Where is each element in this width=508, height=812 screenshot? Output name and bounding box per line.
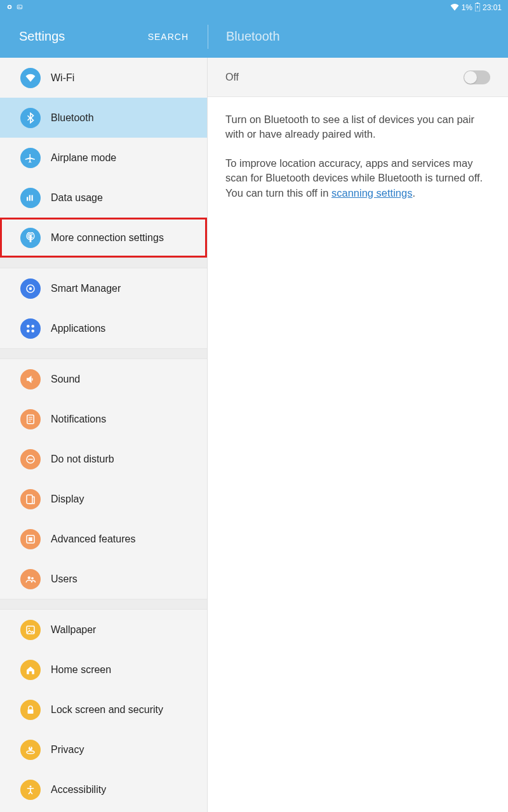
display-icon	[20, 489, 41, 509]
sidebar-item-do-not-disturb[interactable]: Do not disturb	[0, 439, 207, 479]
sidebar-item-accessibility[interactable]: Accessibility	[0, 769, 207, 809]
sidebar-item-label: Bluetooth	[51, 112, 94, 124]
sidebar-item-wallpaper[interactable]: Wallpaper	[0, 610, 207, 650]
svg-point-22	[28, 576, 31, 579]
sidebar-item-airplane-mode[interactable]: Airplane mode	[0, 138, 207, 178]
apps-icon	[20, 318, 41, 339]
svg-point-8	[29, 287, 32, 290]
sidebar-item-smart-manager[interactable]: Smart Manager	[0, 268, 207, 308]
sidebar-item-label: Advanced features	[51, 534, 135, 545]
sidebar-item-label: Users	[51, 573, 77, 585]
privacy-icon	[20, 740, 41, 760]
adv-icon	[20, 529, 41, 549]
home-icon	[20, 660, 41, 680]
svg-point-23	[31, 577, 34, 579]
sidebar-item-label: Do not disturb	[51, 454, 114, 465]
clock: 23:01	[483, 3, 502, 12]
svg-rect-29	[30, 746, 31, 748]
svg-rect-16	[29, 421, 31, 421]
svg-point-27	[27, 750, 34, 754]
bluetooth-toggle[interactable]	[464, 70, 490, 84]
sidebar-item-more-connection-settings[interactable]: More connection settings	[0, 218, 207, 258]
sidebar-item-home-screen[interactable]: Home screen	[0, 650, 207, 690]
svg-point-6	[30, 235, 32, 237]
description-text: Turn on Bluetooth to see a list of devic…	[208, 97, 508, 216]
antenna-icon	[20, 228, 41, 248]
svg-point-25	[29, 627, 30, 629]
sidebar-item-label: Lock screen and security	[51, 704, 163, 716]
scanning-settings-link[interactable]: scanning settings	[331, 187, 413, 199]
sidebar-item-label: Home screen	[51, 664, 111, 676]
search-button[interactable]: SEARCH	[148, 32, 189, 42]
sidebar[interactable]: Wi-FiBluetoothAirplane modeData usageMor…	[0, 58, 208, 812]
sidebar-item-label: More connection settings	[51, 232, 164, 244]
svg-rect-21	[29, 537, 32, 541]
svg-point-1	[8, 6, 10, 8]
desc-paragraph-1: Turn on Bluetooth to see a list of devic…	[225, 112, 490, 142]
battery-icon	[475, 3, 480, 13]
sidebar-item-label: Wallpaper	[51, 624, 96, 636]
notif-icon	[20, 409, 41, 429]
image-icon	[17, 3, 23, 12]
sidebar-item-label: Display	[51, 494, 84, 505]
sidebar-item-display[interactable]: Display	[0, 479, 207, 519]
sidebar-item-notifications[interactable]: Notifications	[0, 399, 207, 439]
sidebar-item-bluetooth[interactable]: Bluetooth	[0, 98, 207, 138]
wall-icon	[20, 620, 41, 640]
svg-point-10	[32, 325, 35, 328]
sidebar-item-label: Airplane mode	[51, 152, 116, 164]
sidebar-item-applications[interactable]: Applications	[0, 308, 207, 348]
svg-rect-15	[29, 419, 32, 419]
sidebar-item-label: Smart Manager	[51, 283, 121, 294]
svg-rect-19	[27, 495, 32, 504]
sidebar-item-label: Sound	[51, 374, 80, 385]
detail-pane: Off Turn on Bluetooth to see a list of d…	[208, 58, 508, 812]
sidebar-item-label: Notifications	[51, 414, 106, 425]
access-icon	[20, 780, 41, 800]
section-divider	[0, 258, 207, 268]
lock-icon	[20, 700, 41, 720]
detail-title: Bluetooth	[208, 29, 298, 44]
svg-rect-5	[476, 3, 478, 4]
sidebar-item-data-usage[interactable]: Data usage	[0, 178, 207, 218]
sidebar-item-label: Privacy	[51, 744, 84, 756]
data-icon	[20, 188, 41, 208]
battery-percent: 1%	[462, 3, 472, 12]
dnd-icon	[20, 449, 41, 469]
wifi-icon	[20, 68, 41, 88]
sidebar-item-wi-fi[interactable]: Wi-Fi	[0, 58, 207, 98]
section-divider	[0, 348, 207, 359]
app-header: Settings SEARCH Bluetooth	[0, 15, 508, 58]
svg-point-9	[27, 325, 30, 328]
location-icon	[6, 3, 13, 12]
sound-icon	[20, 369, 41, 390]
sidebar-item-label: Data usage	[51, 192, 103, 204]
section-divider	[0, 599, 207, 610]
bluetooth-toggle-row[interactable]: Off	[208, 58, 508, 97]
sidebar-item-sound[interactable]: Sound	[0, 359, 207, 399]
sidebar-item-users[interactable]: Users	[0, 559, 207, 599]
sidebar-item-privacy[interactable]: Privacy	[0, 730, 207, 769]
sidebar-item-label: Wi-Fi	[51, 72, 74, 84]
status-bar: 1% 23:01	[0, 0, 508, 15]
desc-paragraph-2: To improve location accuracy, apps and s…	[225, 156, 490, 200]
svg-rect-26	[28, 709, 34, 714]
svg-point-12	[32, 329, 35, 332]
svg-point-30	[30, 785, 32, 787]
sidebar-item-lock-screen-and-security[interactable]: Lock screen and security	[0, 690, 207, 730]
smart-icon	[20, 278, 41, 299]
sidebar-item-label: Applications	[51, 323, 105, 334]
bluetooth-icon	[20, 108, 41, 128]
settings-title: Settings	[19, 29, 65, 44]
svg-rect-14	[29, 417, 32, 417]
sidebar-item-advanced-features[interactable]: Advanced features	[0, 519, 207, 559]
svg-point-11	[27, 329, 30, 332]
sidebar-item-label: Accessibility	[51, 784, 106, 796]
svg-rect-18	[28, 459, 33, 460]
toggle-label: Off	[225, 72, 239, 83]
wifi-status-icon	[450, 3, 459, 13]
users-icon	[20, 569, 41, 589]
airplane-icon	[20, 148, 41, 168]
